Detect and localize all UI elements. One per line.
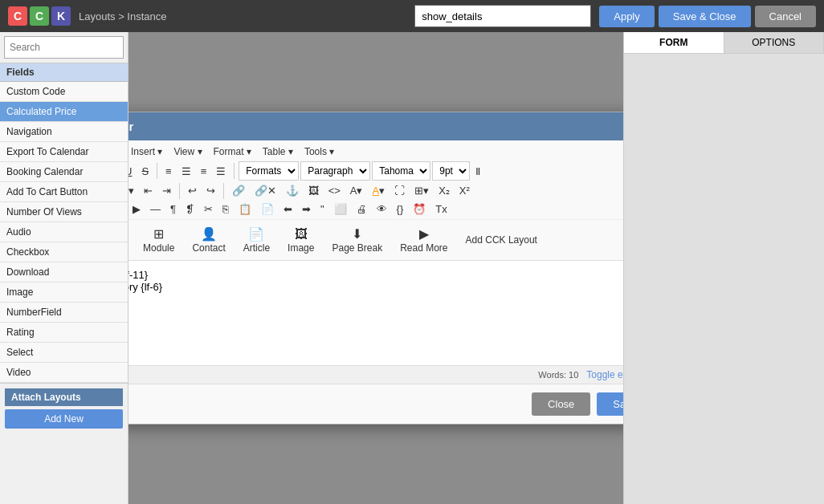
redo-button[interactable]: ↪ — [202, 182, 219, 199]
toolbar-menu-row: Edit ▾ Insert ▾ View ▾ Format ▾ Table ▾ … — [128, 144, 623, 160]
toolbar-icon-row2: Ω ☺ ▶ — ¶ ❡ ✂ ⎘ 📋 📄 ⬅ ➡ " ⬜ 🖨 👁 {} — [128, 201, 623, 217]
insert-cck-layout-button[interactable]: Add CCK Layout — [459, 231, 545, 249]
link-button[interactable]: 🔗 — [228, 182, 249, 199]
copy-button[interactable]: ⎘ — [218, 201, 233, 217]
sidebar-item-select[interactable]: Select — [0, 343, 128, 363]
attach-layouts-label: Attach Layouts — [5, 388, 123, 406]
save-close-button[interactable]: Save & Close — [659, 6, 751, 27]
sidebar-item-image[interactable]: Image — [0, 282, 128, 303]
print-button[interactable]: 🖨 — [353, 201, 371, 217]
sidebar-item-video[interactable]: Video — [0, 363, 128, 383]
add-new-button[interactable]: Add New — [5, 409, 123, 429]
insert-image-label: Image — [288, 242, 314, 254]
insert-menu-button[interactable]: ☰ Menu — [128, 223, 133, 257]
sidebar: Fields Custom Code Calculated Price Navi… — [0, 32, 128, 504]
modal-close-btn[interactable]: Close — [532, 392, 590, 416]
insert-page-break-button[interactable]: ⬇ Page Break — [324, 223, 390, 257]
remove-format-button[interactable]: Tx — [431, 201, 451, 217]
editor-content-area[interactable]: Date {lf-11} Category {lf-6} — [128, 261, 623, 365]
tab-form[interactable]: FORM — [624, 32, 724, 53]
instance-name-input[interactable] — [414, 5, 591, 27]
apply-button[interactable]: Apply — [599, 6, 655, 27]
code-button[interactable]: <> — [324, 182, 345, 199]
logo-k: K — [51, 6, 71, 26]
right-align2-button[interactable]: ➡ — [298, 201, 315, 217]
toolbar-format-row: B I U S ≡ ☰ ≡ ☰ Formats Paragraph — [128, 161, 623, 181]
toolbar-insert-menu[interactable]: Insert ▾ — [128, 144, 167, 160]
fullscreen-button[interactable]: ⛶ — [390, 182, 409, 199]
media-button[interactable]: ▶ — [128, 201, 145, 217]
insert-article-button[interactable]: 📄 Article — [236, 223, 277, 257]
sidebar-item-export-to-calendar[interactable]: Export To Calendar — [0, 142, 128, 162]
sidebar-item-audio[interactable]: Audio — [0, 222, 128, 242]
font-color-button[interactable]: A▾ — [346, 182, 367, 199]
toolbar-view-menu[interactable]: View ▾ — [169, 144, 206, 160]
insert-module-button[interactable]: ⊞ Module — [136, 223, 182, 257]
font-select[interactable]: Tahoma — [372, 161, 430, 181]
sidebar-item-download[interactable]: Download — [0, 262, 128, 282]
align-justify-button[interactable]: ☰ — [212, 163, 230, 180]
logo-c2: C — [30, 6, 49, 26]
formats-select[interactable]: Formats — [239, 161, 299, 181]
align-left-button[interactable]: ≡ — [161, 163, 176, 180]
sidebar-item-number-of-views[interactable]: Number Of Views — [0, 202, 128, 222]
image-button[interactable]: 🖼 — [304, 182, 323, 199]
outdent-button[interactable]: ⇤ — [140, 182, 157, 199]
strikethrough-button[interactable]: S — [137, 163, 153, 180]
sidebar-item-custom-code[interactable]: Custom Code — [0, 82, 128, 102]
clear-format-button[interactable]: Ⅱ — [471, 163, 484, 180]
quote-button[interactable]: " — [316, 201, 328, 217]
left-align2-button[interactable]: ⬅ — [279, 201, 296, 217]
clock-button[interactable]: ⏰ — [409, 201, 430, 217]
insert-contact-button[interactable]: 👤 Contact — [185, 223, 232, 257]
editor-line-1: Date {lf-11} — [128, 269, 623, 281]
indent-button[interactable]: ⇥ — [158, 182, 175, 199]
subscript-button[interactable]: X₂ — [434, 182, 454, 199]
superscript-button[interactable]: X² — [455, 182, 474, 199]
search-input[interactable] — [4, 36, 124, 59]
fields-header: Fields — [0, 63, 128, 82]
toolbar-format-menu[interactable]: Format ▾ — [209, 144, 256, 160]
page-break-button[interactable]: ⬜ — [330, 201, 351, 217]
sidebar-item-numberfield[interactable]: NumberField — [0, 303, 128, 323]
align-center-button[interactable]: ☰ — [177, 163, 195, 180]
sidebar-item-checkbox[interactable]: Checkbox — [0, 242, 128, 262]
ordered-list-button[interactable]: 1. ▾ — [128, 182, 138, 199]
size-select[interactable]: 9pt — [432, 161, 470, 181]
editor-toolbar: Edit ▾ Insert ▾ View ▾ Format ▾ Table ▾ … — [128, 140, 623, 261]
align-right-button[interactable]: ≡ — [197, 163, 211, 180]
bg-color-button[interactable]: A▾ — [369, 182, 390, 199]
toolbar-tools-menu[interactable]: Tools ▾ — [300, 144, 339, 160]
sidebar-item-add-to-cart[interactable]: Add To Cart Button — [0, 182, 128, 202]
sidebar-item-navigation[interactable]: Navigation — [0, 122, 128, 142]
cancel-button[interactable]: Cancel — [755, 6, 816, 27]
module-icon: ⊞ — [153, 226, 164, 242]
insert-contact-label: Contact — [192, 242, 225, 254]
paste-button[interactable]: 📋 — [235, 201, 255, 217]
source-button[interactable]: {} — [393, 201, 408, 217]
paragraph-mark-button[interactable]: ¶ — [166, 201, 180, 217]
underline-button[interactable]: U — [128, 163, 136, 180]
cut-button[interactable]: ✂ — [200, 201, 217, 217]
sep2 — [234, 163, 235, 179]
paste-text-button[interactable]: 📄 — [257, 201, 278, 217]
contact-icon: 👤 — [201, 226, 217, 242]
insert-image-button[interactable]: 🖼 Image — [280, 224, 321, 257]
toolbar-list-row: • ▾ 1. ▾ ⇤ ⇥ ↩ ↪ 🔗 🔗✕ ⚓ 🖼 <> A▾ A▾ ⛶ — [128, 182, 623, 199]
anchor-button[interactable]: ⚓ — [282, 182, 303, 199]
sidebar-item-booking-calendar[interactable]: Booking Calendar — [0, 162, 128, 182]
preview-button[interactable]: 👁 — [373, 201, 391, 217]
blockquote-button[interactable]: ❡ — [182, 201, 198, 217]
insert-read-more-button[interactable]: ▶ Read More — [393, 223, 455, 257]
paragraph-select[interactable]: Paragraph — [300, 161, 370, 181]
table-button[interactable]: ⊞▾ — [410, 182, 433, 199]
toggle-editor-link[interactable]: Toggle editor — [586, 369, 623, 380]
toolbar-table-menu[interactable]: Table ▾ — [258, 144, 298, 160]
unlink-button[interactable]: 🔗✕ — [251, 182, 280, 199]
sidebar-item-calculated-price[interactable]: Calculated Price — [0, 102, 128, 122]
modal-save-btn[interactable]: Save — [597, 392, 623, 416]
sidebar-item-rating[interactable]: Rating — [0, 323, 128, 343]
hr-button[interactable]: — — [146, 201, 165, 217]
tab-options[interactable]: OPTIONS — [724, 32, 825, 53]
undo-button[interactable]: ↩ — [184, 182, 201, 199]
